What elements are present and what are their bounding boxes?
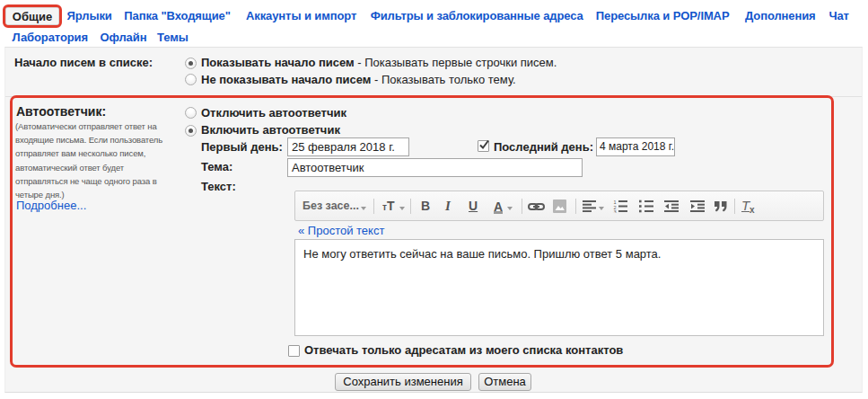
svg-text:3: 3 [614, 209, 617, 214]
